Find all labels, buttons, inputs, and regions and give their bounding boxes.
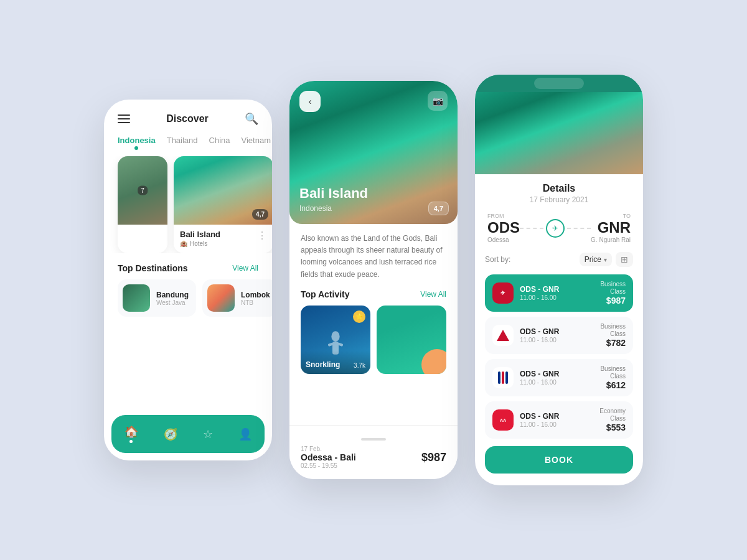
phone-flights: Details 17 February 2021 From ODS Odessa… xyxy=(475,75,643,485)
details-date: 17 February 2021 xyxy=(485,195,633,204)
airasia-logo: AA xyxy=(492,409,514,431)
flight-list: ✈ ODS - GNR 11.00 - 16.00 BusinessClass … xyxy=(485,274,633,439)
menu-icon[interactable] xyxy=(118,114,130,123)
swipe-indicator xyxy=(361,438,386,441)
phone-detail: ‹ 📷 Bali Island Indonesia 4,7 Also known… xyxy=(289,81,458,479)
cards-row: 7 4,7 Bali Island 🏨 Hotels xyxy=(104,156,272,253)
emirates-price: $987 xyxy=(600,296,626,306)
flight-time: 02.55 - 19.55 xyxy=(301,462,356,469)
emirates-class: BusinessClass xyxy=(600,281,626,296)
search-button[interactable]: 🔍 xyxy=(245,112,258,126)
nav-home[interactable]: 🏠 xyxy=(118,422,144,446)
tab-thailand[interactable]: Thailand xyxy=(167,136,198,150)
p1-header: Discover 🔍 xyxy=(104,100,272,132)
more-options-icon[interactable]: ⋮ xyxy=(257,230,267,241)
from-code: ODS xyxy=(487,219,520,236)
destinations-row: Bandung West Java Lombok NTB xyxy=(104,279,272,317)
flight-airasia[interactable]: AA ODS - GNR 11.00 - 16.00 EconomyClass … xyxy=(485,401,633,439)
nav-favorites[interactable]: ☆ xyxy=(197,425,219,444)
island-description: Also known as the Land of the Gods, Bali… xyxy=(301,233,446,281)
nav-profile[interactable]: 👤 xyxy=(232,425,258,444)
sort-row: Sort by: Price ▾ ⊞ xyxy=(485,252,633,267)
page-title: Discover xyxy=(166,113,209,124)
dest-name-bandung: Bandung xyxy=(156,291,189,299)
delta-class: BusinessClass xyxy=(600,323,626,338)
side-card-left[interactable]: 7 xyxy=(118,156,167,253)
from-label: From xyxy=(487,213,520,219)
chevron-down-icon: ▾ xyxy=(604,256,607,263)
dest-lombok[interactable]: Lombok NTB xyxy=(202,279,272,317)
hero-rating: 4,7 xyxy=(428,202,449,215)
book-button[interactable]: BOOK xyxy=(485,446,633,474)
details-title: Details xyxy=(485,183,633,194)
island-country: Indonesia xyxy=(299,204,332,213)
tab-china[interactable]: China xyxy=(209,136,230,150)
dest-bandung[interactable]: Bandung West Java xyxy=(118,279,196,317)
dest-region-bandung: West Java xyxy=(156,299,189,306)
route-arrow: ✈ xyxy=(520,219,591,238)
bottom-nav: 🏠 🧭 ☆ 👤 xyxy=(111,415,265,453)
airasia-route: ODS - GNR xyxy=(520,412,593,421)
airasia-time: 11.00 - 16.00 xyxy=(520,421,593,428)
phone-discover: Discover 🔍 Indonesia Thailand China Viet… xyxy=(104,100,272,460)
delta-logo xyxy=(492,325,514,346)
top-activity-label: Top Activity xyxy=(301,289,350,299)
emirates-route: ODS - GNR xyxy=(520,285,594,294)
p2-body: Also known as the Land of the Gods, Bali… xyxy=(289,224,458,383)
activity-name: Snorkling xyxy=(306,360,340,369)
activity-star: ⭐ xyxy=(353,310,365,323)
back-button[interactable]: ‹ xyxy=(299,91,321,112)
emirates-time: 11.00 - 16.00 xyxy=(520,294,594,301)
ual-time: 11.00 - 16.00 xyxy=(520,379,594,386)
tabs-row: Indonesia Thailand China Vietnam S xyxy=(104,132,272,156)
sort-label: Sort by: xyxy=(485,255,510,264)
filter-button[interactable]: ⊞ xyxy=(616,252,633,267)
ual-price: $612 xyxy=(600,380,626,390)
delta-route: ODS - GNR xyxy=(520,327,594,336)
to-code: GNR xyxy=(591,219,631,236)
top-destinations-header: Top Destinations View All xyxy=(104,253,272,279)
activity-snorkling[interactable]: ⭐ Snorkling 3.7k xyxy=(301,306,370,374)
camera-button[interactable]: 📷 xyxy=(428,91,448,111)
flight-ual[interactable]: ODS - GNR 11.00 - 16.00 BusinessClass $6… xyxy=(485,359,633,396)
delta-price: $782 xyxy=(600,338,626,348)
main-card-rating: 4,7 xyxy=(252,209,268,220)
delta-time: 11.00 - 16.00 xyxy=(520,337,594,343)
route-row: From ODS Odessa ✈ To GNR G. Ngurah Rai xyxy=(485,213,633,243)
phones-container: Discover 🔍 Indonesia Thailand China Viet… xyxy=(104,75,643,485)
view-all-destinations[interactable]: View All xyxy=(232,264,258,273)
activity-cards: ⭐ Snorkling 3.7k xyxy=(301,306,446,374)
airasia-price: $553 xyxy=(599,422,626,432)
activity-count: 3.7k xyxy=(354,362,365,369)
activity-second[interactable] xyxy=(377,306,446,374)
view-all-activities[interactable]: View All xyxy=(420,290,446,299)
tab-vietnam[interactable]: Vietnam xyxy=(242,136,271,150)
hotel-icon: 🏨 xyxy=(180,240,187,247)
dest-name-lombok: Lombok xyxy=(241,291,270,299)
top-destinations-title: Top Destinations xyxy=(118,263,188,273)
ual-logo xyxy=(492,367,514,388)
ual-class: BusinessClass xyxy=(600,365,626,380)
route-to: To GNR G. Ngurah Rai xyxy=(591,213,631,243)
tab-indonesia[interactable]: Indonesia xyxy=(118,136,156,150)
card-name: Bali Island xyxy=(180,230,220,239)
to-city: G. Ngurah Rai xyxy=(591,236,631,243)
dest-region-lombok: NTB xyxy=(241,299,270,306)
flight-price: $987 xyxy=(421,451,446,464)
emirates-logo: ✈ xyxy=(492,282,514,304)
svg-point-0 xyxy=(331,331,339,342)
nav-explore[interactable]: 🧭 xyxy=(157,425,184,444)
p2-bottom-bar: 17 Feb. Odessa - Bali 02.55 - 19.55 $987 xyxy=(289,425,458,479)
main-destination-card[interactable]: 4,7 Bali Island 🏨 Hotels ⋮ xyxy=(174,156,272,253)
to-label: To xyxy=(591,213,631,219)
sort-value: Price xyxy=(585,255,601,264)
route-from: From ODS Odessa xyxy=(487,213,520,243)
p3-body: Details 17 February 2021 From ODS Odessa… xyxy=(475,174,643,482)
side-rating: 7 xyxy=(138,186,148,195)
hero-image: ‹ 📷 Bali Island Indonesia 4,7 xyxy=(289,81,458,224)
island-title: Bali Island xyxy=(299,185,368,202)
sort-dropdown[interactable]: Price ▾ xyxy=(580,253,612,266)
p3-hero xyxy=(475,75,643,174)
flight-emirates[interactable]: ✈ ODS - GNR 11.00 - 16.00 BusinessClass … xyxy=(485,274,633,312)
flight-delta[interactable]: ODS - GNR 11.00 - 16.00 BusinessClass $7… xyxy=(485,317,633,354)
